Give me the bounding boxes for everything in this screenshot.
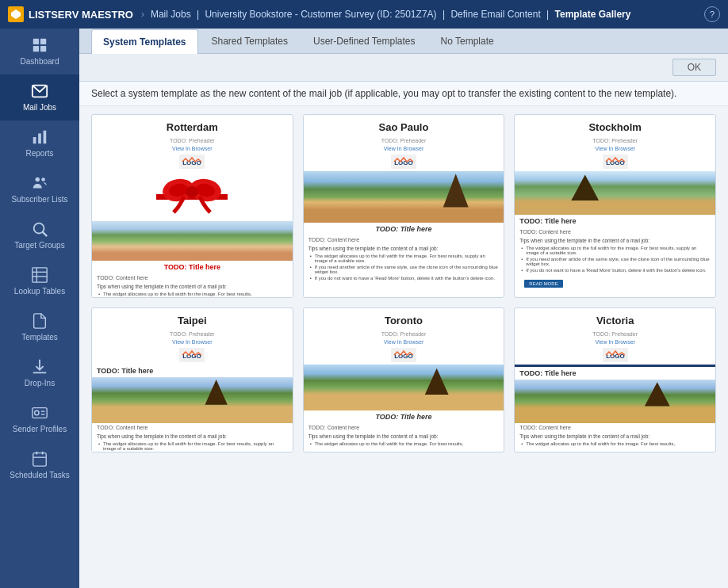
stockholm-title: Stockholm (515, 115, 715, 136)
svg-point-18 (35, 410, 40, 415)
breadcrumb-text: Mail Jobs (151, 9, 191, 20)
sidebar-label-reports: Reports (25, 149, 53, 158)
breadcrumb-sep3: | (546, 9, 549, 20)
svg-rect-2 (40, 39, 46, 44)
svg-text:LOGO: LOGO (394, 353, 413, 360)
tab-shared-templates[interactable]: Shared Templates (200, 29, 301, 53)
victoria-logo: LOGO (603, 348, 628, 362)
template-card-toronto[interactable]: Toronto TODO: Preheader View In Browser … (303, 307, 505, 452)
sao-paulo-preview: TODO: Preheader View In Browser LOGO TOD… (304, 136, 504, 281)
breadcrumb-sep2: | (443, 9, 445, 20)
toronto-title: Toronto (304, 308, 504, 330)
sidebar-label-mail-jobs: Mail Jobs (23, 103, 56, 113)
victoria-preheader: TODO: Preheader (515, 330, 715, 338)
ok-button[interactable]: OK (672, 59, 716, 76)
top-bar: LISTSERV MAESTRO › Mail Jobs | Universit… (0, 0, 728, 29)
toronto-logo-row: LOGO (304, 346, 504, 365)
svg-point-11 (34, 223, 44, 234)
toronto-view-link[interactable]: View In Browser (304, 338, 504, 346)
taipei-landscape (92, 377, 293, 423)
sidebar-item-mail-jobs[interactable]: Mail Jobs (0, 74, 79, 120)
toronto-preview: TODO: Preheader View In Browser LOGO TOD… (304, 330, 504, 447)
template-card-rotterdam[interactable]: Rotterdam TODO: Preheader View In Browse… (91, 114, 293, 298)
template-grid: Rotterdam TODO: Preheader View In Browse… (79, 106, 728, 588)
stockholm-bullet-3: If you do not want to have a 'Read More'… (515, 267, 715, 273)
help-button[interactable]: ? (704, 6, 720, 22)
svg-rect-13 (33, 268, 47, 282)
sidebar-item-sender-profiles[interactable]: Sender Profiles (0, 396, 79, 442)
breadcrumb-active: Template Gallery (555, 9, 631, 20)
taipei-logo: LOGO (179, 348, 205, 362)
taipei-view-link[interactable]: View In Browser (92, 338, 293, 346)
sidebar: Dashboard Mail Jobs Reports Subscriber L… (0, 29, 79, 588)
app-logo: LISTSERV MAESTRO (8, 6, 133, 22)
toronto-landscape (304, 365, 504, 410)
content-area: System Templates Shared Templates User-D… (79, 29, 728, 588)
ok-row: OK (79, 54, 728, 82)
breadcrumb-sep1: | (197, 9, 199, 20)
toronto-tips: Tips when using the template in the cont… (304, 432, 504, 441)
sidebar-item-templates[interactable]: Templates (0, 304, 79, 350)
search-icon (31, 220, 48, 238)
svg-point-10 (41, 178, 45, 181)
rotterdam-view-link[interactable]: View In Browser (92, 145, 293, 152)
template-card-sao-paulo[interactable]: Sao Paulo TODO: Preheader View In Browse… (303, 114, 505, 298)
taipei-main-title: TODO: Title here (92, 365, 293, 377)
rotterdam-tips: Tips when using the template in the cont… (92, 282, 293, 291)
victoria-content: TODO: Content here (515, 423, 715, 432)
table-icon (31, 266, 48, 284)
sidebar-item-dashboard[interactable]: Dashboard (0, 29, 79, 74)
calendar-icon (31, 450, 48, 468)
stockholm-logo: LOGO (603, 155, 628, 169)
sidebar-item-scheduled-tasks[interactable]: Scheduled Tasks (0, 442, 79, 488)
stockholm-view-link[interactable]: View In Browser (515, 145, 715, 152)
svg-line-12 (43, 232, 47, 237)
taipei-preview: TODO: Preheader View In Browser LOGO TOD… (92, 330, 293, 452)
victoria-bullet-1: The widget allocates up to the full widt… (515, 441, 715, 447)
sao-paulo-logo: LOGO (391, 155, 416, 169)
rotterdam-logo-row: LOGO (92, 152, 293, 171)
sidebar-item-target-groups[interactable]: Target Groups (0, 212, 79, 258)
download-icon (31, 358, 48, 376)
template-card-taipei[interactable]: Taipei TODO: Preheader View In Browser L… (91, 307, 293, 452)
rotterdam-title: Rotterdam (92, 115, 293, 136)
sidebar-item-subscriber-lists[interactable]: Subscriber Lists (0, 166, 79, 212)
rotterdam-content: TODO: Content here (92, 273, 293, 282)
sao-paulo-bullet-2: If you need another article of the same … (304, 264, 504, 275)
sidebar-item-drop-ins[interactable]: Drop-Ins (0, 350, 79, 396)
stockholm-read-more-btn[interactable]: READ MORE (524, 280, 562, 288)
taipei-content: TODO: Content here (92, 423, 293, 432)
sidebar-label-sender-profiles: Sender Profiles (13, 425, 67, 434)
people-icon (31, 174, 48, 192)
tab-no-template[interactable]: No Template (429, 29, 506, 53)
svg-rect-1 (33, 39, 39, 44)
svg-text:LOGO: LOGO (183, 159, 202, 166)
sao-paulo-view-link[interactable]: View In Browser (304, 145, 504, 152)
sao-paulo-main-title: TODO: Title here (304, 223, 504, 235)
sao-paulo-logo-row: LOGO (304, 152, 504, 171)
rotterdam-preheader: TODO: Preheader (92, 136, 293, 145)
file-icon (31, 312, 48, 330)
sidebar-item-reports[interactable]: Reports (0, 120, 79, 166)
grid-icon (31, 36, 48, 54)
breadcrumb-survey: University Bookstore - Customer Survey (… (205, 9, 436, 20)
sidebar-label-subscriber-lists: Subscriber Lists (11, 195, 67, 204)
app-name: LISTSERV MAESTRO (29, 9, 133, 21)
svg-rect-4 (40, 46, 46, 52)
sidebar-item-lookup-tables[interactable]: Lookup Tables (0, 258, 79, 304)
stockholm-bullet-1: The widget allocates up to the full widt… (515, 245, 715, 256)
id-card-icon (31, 404, 48, 422)
victoria-landscape (515, 380, 715, 423)
sidebar-label-scheduled-tasks: Scheduled Tasks (10, 471, 69, 480)
template-card-stockholm[interactable]: Stockholm TODO: Preheader View In Browse… (514, 114, 716, 298)
sidebar-label-dashboard: Dashboard (21, 57, 59, 67)
tab-user-defined-templates[interactable]: User-Defined Templates (301, 29, 427, 53)
template-card-victoria[interactable]: Victoria TODO: Preheader View In Browser… (514, 307, 716, 452)
sao-paulo-content: TODO: Content here (304, 235, 504, 244)
rotterdam-logo: LOGO (179, 155, 205, 169)
breadcrumb-define: Define Email Content (450, 9, 540, 20)
tab-system-templates[interactable]: System Templates (91, 29, 198, 54)
victoria-title: Victoria (515, 308, 715, 330)
victoria-view-link[interactable]: View In Browser (515, 338, 715, 346)
sidebar-label-lookup-tables: Lookup Tables (14, 287, 65, 296)
